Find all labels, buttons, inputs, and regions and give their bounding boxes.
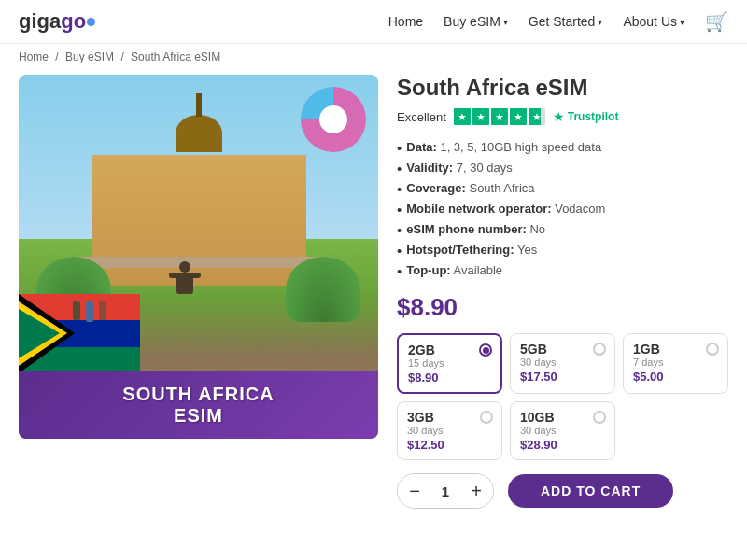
chevron-down-icon: ▾ [503, 17, 508, 27]
trustpilot-logo: ★ Trustpilot [553, 109, 619, 124]
plan-5gb-radio [593, 343, 606, 356]
logo[interactable]: gigago [19, 9, 95, 34]
breadcrumb-sep2: / [120, 50, 123, 63]
spec-validity-label: Validity: [406, 161, 453, 175]
spec-topup: • Top-up: Available [397, 261, 728, 282]
rating-label: Excellent [397, 110, 446, 124]
nav-get-started[interactable]: Get Started▾ [529, 14, 603, 29]
plan-10gb[interactable]: 10GB 30 days $28.90 [510, 401, 615, 460]
product-banner: SOUTH AFRICA ESIM [19, 371, 378, 439]
product-title: South Africa eSIM [397, 75, 728, 101]
quantity-increase-button[interactable]: + [459, 474, 493, 508]
header: gigago Home Buy eSIM▾ Get Started▾ About… [0, 0, 747, 44]
banner-line1: SOUTH AFRICA [122, 384, 274, 405]
spec-coverage-label: Coverage: [406, 181, 466, 195]
spec-validity: • Validity: 7, 30 days [397, 159, 728, 179]
breadcrumb: Home / Buy eSIM / South Africa eSIM [0, 44, 747, 70]
spec-phone-label: eSIM phone number: [406, 222, 527, 236]
chevron-down-icon: ▾ [680, 17, 684, 27]
plan-2gb-days: 15 days [408, 357, 491, 369]
spec-operator-label: Mobile network operator: [406, 202, 551, 216]
plan-1gb-price: $5.00 [633, 370, 718, 384]
people-figures [73, 301, 106, 322]
nav-buy-esim[interactable]: Buy eSIM▾ [444, 14, 508, 29]
trustpilot-label: Trustpilot [568, 110, 619, 123]
spec-coverage: • Coverage: South Africa [397, 179, 728, 200]
spec-topup-value: Available [454, 263, 503, 277]
breadcrumb-buy-esim[interactable]: Buy eSIM [65, 50, 114, 63]
spec-data-value: 1, 3, 5, 10GB high speed data [440, 140, 601, 154]
plan-10gb-radio [593, 411, 606, 424]
plan-3gb-radio [480, 411, 493, 424]
breadcrumb-home[interactable]: Home [19, 50, 49, 63]
plan-1gb-radio [706, 343, 719, 356]
plan-3gb[interactable]: 3GB 30 days $12.50 [397, 401, 502, 460]
star-3: ★ [491, 108, 508, 125]
spec-operator-value: Vodacom [555, 202, 605, 216]
trees-right [286, 257, 360, 322]
cart-icon[interactable]: 🛒 [705, 10, 728, 33]
breadcrumb-current: South Africa eSIM [131, 50, 220, 63]
plans-grid: 2GB 15 days $8.90 5GB 30 days $17.50 1GB… [397, 333, 728, 460]
pie-decoration [296, 82, 371, 160]
spec-phone-value: No [529, 222, 545, 236]
plan-10gb-days: 30 days [520, 425, 605, 436]
stars-container: ★ ★ ★ ★ ★ [454, 108, 545, 125]
star-1: ★ [454, 108, 471, 125]
logo-dot-icon [87, 18, 95, 26]
trustpilot-star-icon: ★ [553, 109, 565, 124]
plan-3gb-price: $12.50 [407, 438, 492, 452]
star-4: ★ [510, 108, 527, 125]
plan-5gb[interactable]: 5GB 30 days $17.50 [510, 333, 615, 394]
specs-list: • Data: 1, 3, 5, 10GB high speed data • … [397, 138, 728, 282]
spec-data: • Data: 1, 3, 5, 10GB high speed data [397, 138, 728, 159]
logo-suffix: go [61, 9, 86, 34]
spec-coverage-value: South Africa [469, 181, 534, 195]
logo-text: giga [19, 9, 61, 34]
spec-validity-value: 7, 30 days [457, 161, 513, 175]
spec-topup-label: Top-up: [406, 263, 450, 277]
main-nav: Home Buy eSIM▾ Get Started▾ About Us▾ 🛒 [388, 10, 728, 33]
nav-home[interactable]: Home [388, 14, 423, 29]
cart-row: − 1 + ADD TO CART [397, 473, 728, 509]
quantity-value: 1 [431, 483, 459, 499]
plan-10gb-price: $28.90 [520, 438, 605, 452]
chevron-down-icon: ▾ [598, 17, 602, 27]
svg-point-0 [319, 105, 347, 133]
product-image: SOUTH AFRICA ESIM [19, 75, 378, 439]
plan-2gb[interactable]: 2GB 15 days $8.90 [397, 333, 502, 394]
trustpilot-row: Excellent ★ ★ ★ ★ ★ ★ Trustpilot [397, 108, 728, 125]
product-price: $8.90 [397, 293, 728, 322]
product-info: South Africa eSIM Excellent ★ ★ ★ ★ ★ ★ … [397, 75, 728, 509]
quantity-decrease-button[interactable]: − [398, 474, 431, 508]
plan-1gb-days: 7 days [633, 357, 718, 368]
star-2: ★ [472, 108, 489, 125]
spec-operator: • Mobile network operator: Vodacom [397, 200, 728, 220]
main-content: SOUTH AFRICA ESIM South Africa eSIM Exce… [0, 70, 747, 513]
spec-data-label: Data: [406, 140, 437, 154]
spec-hotspot: • Hotspot/Tethering: Yes [397, 241, 728, 261]
plan-5gb-days: 30 days [520, 357, 605, 368]
banner-line2: ESIM [174, 405, 223, 427]
building-steps [68, 257, 330, 268]
plan-2gb-price: $8.90 [408, 371, 491, 385]
spec-hotspot-label: Hotspot/Tethering: [406, 243, 514, 257]
nav-about-us[interactable]: About Us▾ [623, 14, 684, 29]
plan-2gb-radio [479, 343, 492, 357]
star-5-half: ★ [529, 108, 545, 125]
plan-3gb-days: 30 days [407, 425, 492, 436]
plan-5gb-price: $17.50 [520, 370, 605, 384]
add-to-cart-button[interactable]: ADD TO CART [508, 474, 673, 508]
quantity-control: − 1 + [397, 473, 494, 509]
plan-1gb[interactable]: 1GB 7 days $5.00 [623, 333, 728, 394]
building-spire [196, 93, 202, 117]
spec-hotspot-value: Yes [517, 243, 537, 257]
breadcrumb-sep1: / [55, 50, 58, 63]
spec-phone-number: • eSIM phone number: No [397, 220, 728, 241]
statue [176, 261, 193, 308]
building-dome [176, 115, 222, 152]
